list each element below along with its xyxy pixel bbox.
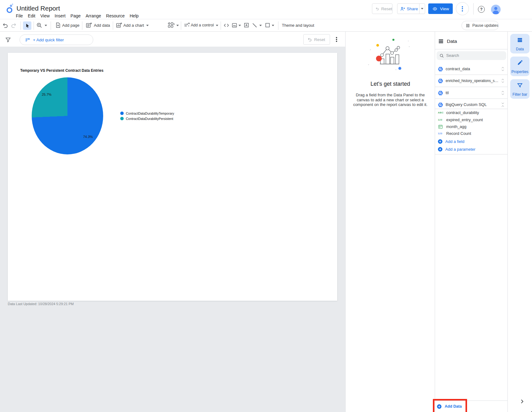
pie-slice-label-persistent: 25.7% (37, 93, 56, 96)
data-panel: Data Search contract_data enriched_histo… (435, 32, 507, 412)
collapse-panel-chevron[interactable] (520, 399, 525, 404)
unfold-more-icon[interactable] (500, 78, 506, 84)
embed-code-button[interactable] (223, 22, 229, 28)
search-icon (439, 53, 444, 58)
filter-bar-more-icon[interactable] (336, 36, 337, 43)
right-sidebar: Data Properties Filter bar (507, 32, 532, 412)
pause-updates-button[interactable]: Pause updates (461, 21, 499, 30)
zoom-dropdown-caret[interactable] (44, 25, 47, 26)
more-vert-icon (462, 5, 463, 12)
field-record-count[interactable]: 123 Record Count (435, 130, 508, 137)
menu-insert[interactable]: Insert (55, 13, 66, 18)
unfold-more-icon[interactable] (500, 66, 506, 72)
add-control-icon (183, 22, 190, 29)
report-page[interactable]: Temporary VS Persistent Contract Data En… (8, 53, 337, 301)
getting-started-text: Drag a field from the Data Panel to the … (349, 93, 432, 107)
field-expired-entry-count[interactable]: 123 expired_entry_count (435, 116, 508, 123)
menu-arrange[interactable]: Arrange (86, 13, 101, 18)
add-a-field-button[interactable]: Add a field (435, 138, 508, 145)
filter-list-icon (25, 37, 30, 43)
looker-studio-logo[interactable] (6, 3, 14, 14)
menu-resource[interactable]: Resource (106, 13, 125, 18)
add-chart-button[interactable]: Add a chart (123, 19, 144, 31)
data-panel-title: Data (447, 35, 457, 48)
report-canvas[interactable]: Temporary VS Persistent Contract Data En… (0, 47, 345, 412)
bigquery-icon (437, 66, 444, 72)
tab-filter-bar[interactable]: Filter bar (510, 79, 530, 99)
data-source-enriched-history[interactable]: enriched_history_operations_sorob... (435, 75, 508, 87)
menu-file[interactable]: File (16, 13, 23, 18)
undo-icon (375, 6, 379, 11)
chevron-down-icon (421, 8, 424, 10)
undo-icon (307, 37, 312, 42)
theme-layout-button[interactable]: Theme and layout (282, 19, 314, 31)
legend-dot (120, 117, 124, 120)
chart-title: Temporary VS Persistent Contract Data En… (20, 68, 103, 73)
chart-legend: ContractDataDurabilityTemporary Contract… (120, 111, 174, 121)
legend-item: ContractDataDurabilityTemporary (120, 111, 174, 116)
community-visualizations-button[interactable] (167, 22, 175, 29)
filter-reset-button[interactable]: Reset (303, 34, 330, 45)
shape-caret[interactable] (272, 25, 274, 26)
search-input[interactable]: Search (437, 51, 506, 60)
select-tool-button[interactable] (23, 21, 31, 30)
tab-data[interactable]: Data (510, 34, 530, 53)
plus-circle-icon (438, 147, 443, 152)
report-title[interactable]: Untitled Report (16, 5, 60, 12)
plus-circle-icon (438, 139, 443, 144)
community-viz-caret[interactable] (176, 25, 179, 26)
menu-help[interactable]: Help (130, 13, 139, 18)
pie-chart[interactable] (32, 77, 103, 154)
calendar-icon (438, 124, 443, 129)
pause-icon (466, 23, 470, 28)
menu-edit[interactable]: Edit (28, 13, 35, 18)
menu-view[interactable]: View (40, 13, 50, 18)
line-tool-button[interactable] (252, 22, 258, 28)
looker-studio-app: Untitled Report File Edit View Insert Pa… (0, 0, 532, 412)
pie-slice-label-temporary: 74.3% (79, 135, 97, 139)
image-button[interactable] (232, 22, 237, 28)
data-source-contract-data[interactable]: contract_data (435, 63, 508, 75)
quick-filter-bar: + Add quick filter Reset (0, 32, 345, 47)
line-caret[interactable] (259, 25, 262, 26)
bigquery-icon (437, 102, 444, 108)
getting-started-illustration (365, 37, 415, 71)
field-contract-durability[interactable]: ABC contract_durability (435, 109, 508, 116)
add-data-icon (85, 22, 92, 29)
add-data-button[interactable]: Add data (94, 19, 110, 31)
add-control-caret[interactable] (216, 25, 218, 26)
add-quick-filter-button[interactable]: + Add quick filter (20, 34, 93, 45)
view-button[interactable]: View (428, 3, 453, 14)
add-page-button[interactable]: Add page (62, 19, 80, 31)
unfold-more-icon[interactable] (500, 90, 506, 96)
undo-button[interactable] (2, 22, 9, 29)
annotation-box (433, 399, 467, 412)
zoom-tool-button[interactable] (36, 22, 43, 29)
shape-tool-button[interactable] (265, 22, 270, 28)
image-caret[interactable] (238, 25, 241, 26)
legend-item: ContractDataDurabilityPersistent (120, 116, 174, 121)
menubar: File Edit View Insert Page Arrange Resou… (16, 13, 139, 18)
share-button[interactable]: Share (397, 3, 425, 14)
add-control-button[interactable]: Add a control (191, 19, 214, 31)
text-box-button[interactable] (244, 22, 249, 28)
bigquery-icon (437, 78, 444, 84)
share-dropdown[interactable] (420, 8, 425, 10)
help-icon[interactable]: ? (478, 6, 485, 13)
add-chart-caret[interactable] (146, 25, 149, 26)
add-page-icon (55, 22, 61, 28)
data-panel-icon (438, 38, 444, 44)
eye-icon (432, 6, 438, 11)
legend-dot (120, 112, 124, 115)
menu-page[interactable]: Page (71, 13, 81, 18)
redo-button[interactable] (10, 22, 17, 29)
avatar[interactable] (491, 5, 501, 14)
reset-button[interactable]: Reset (372, 3, 392, 14)
more-options-button[interactable] (456, 2, 469, 15)
unfold-less-icon[interactable] (500, 102, 506, 108)
person-add-icon (400, 6, 405, 11)
field-month-agg[interactable]: month_agg (435, 123, 508, 130)
tab-properties[interactable]: Properties (510, 57, 530, 76)
add-a-parameter-button[interactable]: Add a parameter (435, 145, 508, 153)
data-source-ttl[interactable]: ttl (435, 87, 508, 99)
